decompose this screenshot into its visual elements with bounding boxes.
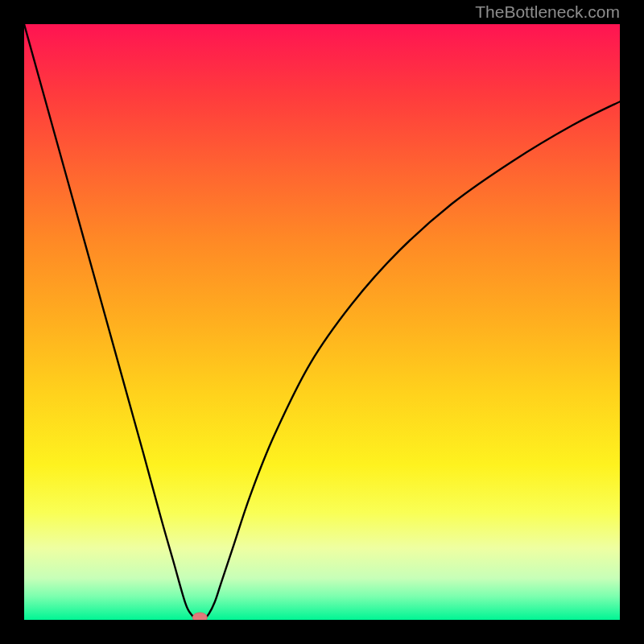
plot-area — [24, 24, 620, 620]
chart-container: TheBottleneck.com — [0, 0, 644, 644]
chart-svg — [24, 24, 620, 620]
optimal-point-marker — [192, 613, 207, 620]
bottleneck-curve-line — [24, 24, 620, 620]
watermark-text: TheBottleneck.com — [475, 0, 620, 24]
